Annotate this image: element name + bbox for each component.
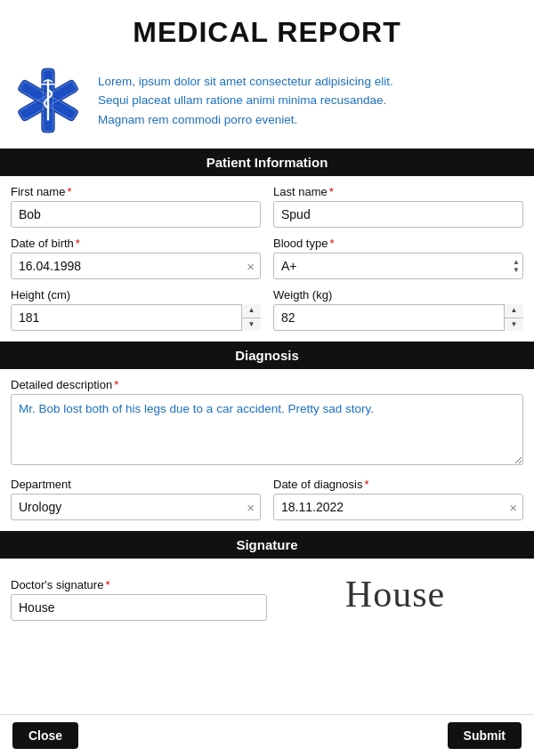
dept-input-wrapper: × <box>11 494 261 520</box>
height-up-button[interactable]: ▲ <box>242 304 261 318</box>
dob-group: Date of birth* × <box>11 237 261 279</box>
blood-type-select[interactable]: A+ A- B+ B- AB+ AB- O+ O- <box>273 253 523 279</box>
weight-group: Weigth (kg) ▲ ▼ <box>273 288 523 331</box>
department-label: Department <box>11 478 261 491</box>
name-row: First name* Last name* <box>11 185 523 228</box>
weight-label: Weigth (kg) <box>273 288 523 302</box>
weight-spinners: ▲ ▼ <box>504 304 523 331</box>
description-group: Detailed description* Mr. Bob lost both … <box>11 378 523 469</box>
height-group: Height (cm) ▲ ▼ <box>11 288 261 331</box>
doctor-sig-label: Doctor's signature* <box>11 578 267 591</box>
dob-input-wrapper: × <box>11 253 261 279</box>
date-diagnosis-input[interactable] <box>273 494 523 520</box>
intro-line-2: Sequi placeat ullam ratione animi minima… <box>98 91 393 110</box>
sig-input-area: Doctor's signature* <box>11 578 267 621</box>
first-name-input[interactable] <box>11 201 261 228</box>
height-input[interactable] <box>11 304 261 331</box>
intro-line-3: Magnam rem commodi porro eveniet. <box>98 110 393 130</box>
star-of-life-icon <box>12 65 84 136</box>
date-diagnosis-group: Date of diagnosis* × <box>273 478 523 520</box>
signature-display: House <box>345 573 445 615</box>
footer-bar: Close Submit <box>0 714 534 756</box>
submit-button[interactable]: Submit <box>448 722 522 749</box>
signature-bar: Signature <box>0 531 534 559</box>
department-group: Department × <box>11 478 261 520</box>
weight-input[interactable] <box>273 304 523 331</box>
diagnosis-bar: Diagnosis <box>0 342 534 369</box>
weight-spinner-wrapper: ▲ ▼ <box>273 304 523 331</box>
description-textarea[interactable]: Mr. Bob lost both of his legs due to a c… <box>11 394 523 465</box>
close-button[interactable]: Close <box>12 722 78 749</box>
height-spinners: ▲ ▼ <box>241 304 261 331</box>
height-down-button[interactable]: ▼ <box>242 318 261 332</box>
diagnosis-form: Detailed description* Mr. Bob lost both … <box>0 378 534 520</box>
patient-form: First name* Last name* Date of birth* × <box>0 185 534 331</box>
last-name-group: Last name* <box>273 185 523 228</box>
signature-section: Doctor's signature* House <box>0 559 534 630</box>
weight-down-button[interactable]: ▼ <box>505 318 523 332</box>
blood-type-group: Blood type* A+ A- B+ B- AB+ AB- O+ O- ▲ <box>273 237 523 279</box>
doctor-sig-input[interactable] <box>11 594 267 621</box>
patient-info-bar: Patient Information <box>0 149 534 176</box>
dob-input[interactable] <box>11 253 261 279</box>
height-weight-row: Height (cm) ▲ ▼ Weigth (kg) ▲ <box>11 288 523 331</box>
date-diagnosis-wrapper: × <box>273 494 523 520</box>
date-diagnosis-label: Date of diagnosis* <box>273 478 523 491</box>
first-name-label: First name* <box>11 185 261 198</box>
first-name-group: First name* <box>11 185 261 228</box>
page-title: MEDICAL REPORT <box>9 16 525 49</box>
description-label: Detailed description* <box>11 378 523 391</box>
department-input[interactable] <box>11 494 261 520</box>
dob-clear-button[interactable]: × <box>247 260 255 273</box>
height-spinner-wrapper: ▲ ▼ <box>11 304 261 331</box>
last-name-label: Last name* <box>273 185 523 198</box>
dept-clear-button[interactable]: × <box>247 501 255 514</box>
date-diagnosis-clear-button[interactable]: × <box>509 501 517 514</box>
dob-blood-row: Date of birth* × Blood type* A+ A- B+ B- <box>11 237 523 279</box>
intro-line-1: Lorem, ipsum dolor sit amet consectetur … <box>98 72 393 92</box>
blood-type-select-wrapper: A+ A- B+ B- AB+ AB- O+ O- ▲ ▼ <box>273 253 523 279</box>
intro-row: Lorem, ipsum dolor sit amet consectetur … <box>0 58 534 149</box>
dept-date-row: Department × Date of diagnosis* × <box>11 478 523 520</box>
intro-text: Lorem, ipsum dolor sit amet consectetur … <box>98 72 393 130</box>
header: MEDICAL REPORT <box>0 0 534 58</box>
height-label: Height (cm) <box>11 288 261 302</box>
weight-up-button[interactable]: ▲ <box>505 304 523 318</box>
dob-label: Date of birth* <box>11 237 261 250</box>
sig-display-area: House <box>267 567 523 621</box>
blood-type-label: Blood type* <box>273 237 523 250</box>
last-name-input[interactable] <box>273 201 523 228</box>
